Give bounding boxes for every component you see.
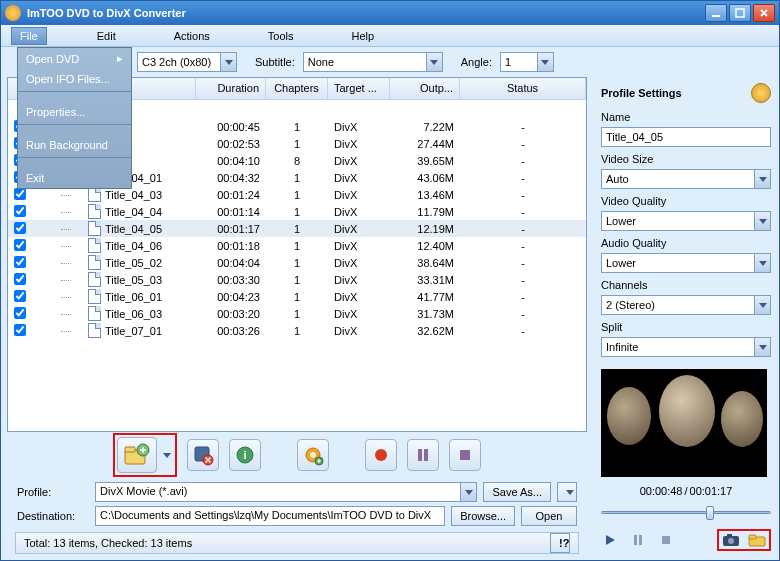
col-output[interactable]: Outp...	[390, 78, 460, 99]
table-row[interactable]: Title_05_0300:03:301DivX33.31M-	[8, 271, 586, 288]
row-chapters: 1	[266, 308, 328, 320]
menu-properties[interactable]: Properties...	[18, 102, 131, 122]
file-icon	[88, 187, 101, 202]
menu-edit[interactable]: Edit	[89, 28, 124, 44]
row-target: DivX	[328, 138, 390, 150]
browse-button[interactable]: Browse...	[451, 506, 515, 526]
file-dropdown-menu: Open DVD▸ Open IFO Files... Properties..…	[17, 47, 132, 189]
menu-open-ifo[interactable]: Open IFO Files...	[18, 69, 131, 89]
table-row[interactable]: Title_06_0100:04:231DivX41.77M-	[8, 288, 586, 305]
row-chapters: 1	[266, 121, 328, 133]
row-checkbox[interactable]	[14, 273, 26, 285]
open-dest-button[interactable]: Open	[521, 506, 577, 526]
gear-icon[interactable]	[751, 83, 771, 103]
file-icon	[88, 221, 101, 236]
table-row[interactable]: Title_06_0300:03:201DivX31.73M-	[8, 305, 586, 322]
highlight-add-box	[113, 433, 177, 477]
row-target: DivX	[328, 189, 390, 201]
menu-actions[interactable]: Actions	[166, 28, 218, 44]
row-checkbox[interactable]	[14, 205, 26, 217]
row-duration: 00:03:20	[196, 308, 266, 320]
pause-button[interactable]	[407, 439, 439, 471]
name-input[interactable]: Title_04_05	[601, 127, 771, 147]
add-dvd-button[interactable]	[117, 437, 157, 473]
row-output: 32.62M	[390, 325, 460, 337]
angle-combo[interactable]: 1	[500, 52, 554, 72]
row-checkbox[interactable]	[14, 324, 26, 336]
table-row[interactable]: Title_07_0100:03:261DivX32.62M-	[8, 322, 586, 339]
row-chapters: 1	[266, 257, 328, 269]
menubar: File Edit Actions Tools Help	[1, 25, 779, 47]
time-display: 00:00:48 / 00:01:17	[601, 485, 771, 497]
close-button[interactable]	[753, 4, 775, 22]
row-chapters: 1	[266, 291, 328, 303]
channels-combo[interactable]: 2 (Stereo)	[601, 295, 771, 315]
saveas-button[interactable]: Save As...	[483, 482, 551, 502]
menu-exit[interactable]: Exit	[18, 168, 131, 188]
svg-rect-3	[125, 447, 135, 452]
table-row[interactable]: Title_04_0600:01:181DivX12.40M-	[8, 237, 586, 254]
menu-run-background[interactable]: Run Background	[18, 135, 131, 155]
play-button[interactable]	[601, 532, 619, 548]
col-chapters[interactable]: Chapters	[266, 78, 328, 99]
row-checkbox[interactable]	[14, 307, 26, 319]
menu-open-dvd[interactable]: Open DVD▸	[18, 48, 131, 69]
settings-button[interactable]	[297, 439, 329, 471]
highlight-snapshot-box	[717, 529, 771, 551]
maximize-button[interactable]	[729, 4, 751, 22]
subtitle-combo[interactable]: None	[303, 52, 443, 72]
app-window: ImTOO DVD to DivX Converter File Edit Ac…	[0, 0, 780, 561]
row-status: -	[460, 223, 586, 235]
table-row[interactable]: Title_04_0400:01:141DivX11.79M-	[8, 203, 586, 220]
row-name: Title_04_05	[105, 223, 162, 235]
preview-pause-button[interactable]	[629, 532, 647, 548]
row-chapters: 1	[266, 325, 328, 337]
row-target: DivX	[328, 257, 390, 269]
record-button[interactable]	[365, 439, 397, 471]
table-row[interactable]: Title_05_0200:04:041DivX38.64M-	[8, 254, 586, 271]
col-status[interactable]: Status	[460, 78, 586, 99]
status-warn-button[interactable]: !?	[550, 533, 570, 553]
svg-rect-15	[460, 450, 470, 460]
menu-tools[interactable]: Tools	[260, 28, 302, 44]
seek-slider[interactable]	[601, 505, 771, 519]
row-checkbox[interactable]	[14, 188, 26, 200]
svg-rect-1	[736, 9, 744, 17]
minimize-button[interactable]	[705, 4, 727, 22]
row-checkbox[interactable]	[14, 239, 26, 251]
remove-button[interactable]	[187, 439, 219, 471]
svg-point-10	[310, 452, 316, 458]
svg-rect-18	[662, 536, 670, 544]
row-duration: 00:04:10	[196, 155, 266, 167]
row-status: -	[460, 121, 586, 133]
table-row[interactable]: Title_04_0500:01:171DivX12.19M-	[8, 220, 586, 237]
row-duration: 00:03:30	[196, 274, 266, 286]
status-text: Total: 13 items, Checked: 13 items	[24, 537, 192, 549]
row-target: DivX	[328, 121, 390, 133]
stop-button[interactable]	[449, 439, 481, 471]
preview-stop-button[interactable]	[657, 532, 675, 548]
col-duration[interactable]: Duration	[196, 78, 266, 99]
snapshot-button[interactable]	[722, 532, 740, 548]
aquality-combo[interactable]: Lower	[601, 253, 771, 273]
vquality-combo[interactable]: Lower	[601, 211, 771, 231]
split-combo[interactable]: Infinite	[601, 337, 771, 357]
snapshot-folder-button[interactable]	[748, 532, 766, 548]
info-button[interactable]: i	[229, 439, 261, 471]
menu-file[interactable]: File	[11, 27, 47, 45]
row-target: DivX	[328, 240, 390, 252]
row-name: Title_04_06	[105, 240, 162, 252]
codec-combo[interactable]: C3 2ch (0x80)	[137, 52, 237, 72]
row-checkbox[interactable]	[14, 290, 26, 302]
menu-help[interactable]: Help	[343, 28, 382, 44]
row-checkbox[interactable]	[14, 256, 26, 268]
row-checkbox[interactable]	[14, 222, 26, 234]
profile-combo[interactable]: DivX Movie (*.avi)	[95, 482, 477, 502]
videosize-combo[interactable]: Auto	[601, 169, 771, 189]
destination-input[interactable]: C:\Documents and Settings\lzq\My Documen…	[95, 506, 445, 526]
row-chapters: 1	[266, 240, 328, 252]
profile-extra-button[interactable]	[557, 482, 577, 502]
row-status: -	[460, 274, 586, 286]
titlebar: ImTOO DVD to DivX Converter	[1, 1, 779, 25]
col-target[interactable]: Target ...	[328, 78, 390, 99]
